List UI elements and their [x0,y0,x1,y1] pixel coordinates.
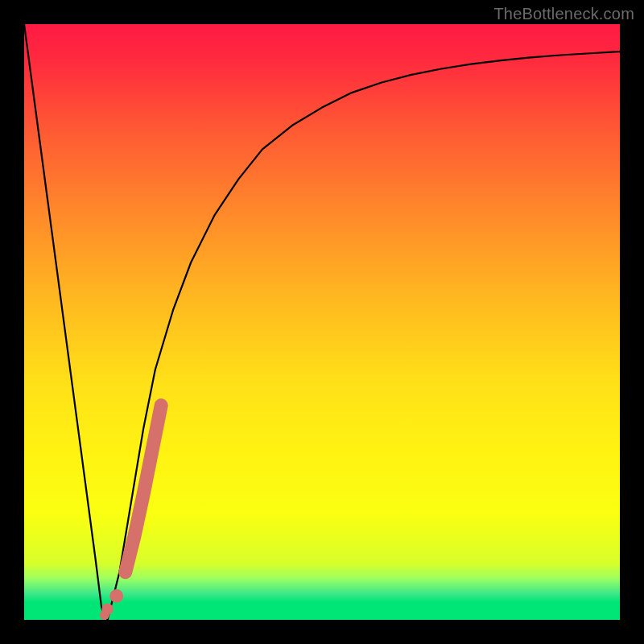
marker-dot [109,589,123,603]
bottleneck-curve-path [24,24,620,620]
chart-svg [24,24,620,620]
marker-dot [101,603,113,614]
watermark-text: TheBottleneck.com [493,5,634,23]
chart-container: TheBottleneck.com [0,0,644,644]
marker-segment [100,406,161,620]
plot-area [24,24,620,620]
